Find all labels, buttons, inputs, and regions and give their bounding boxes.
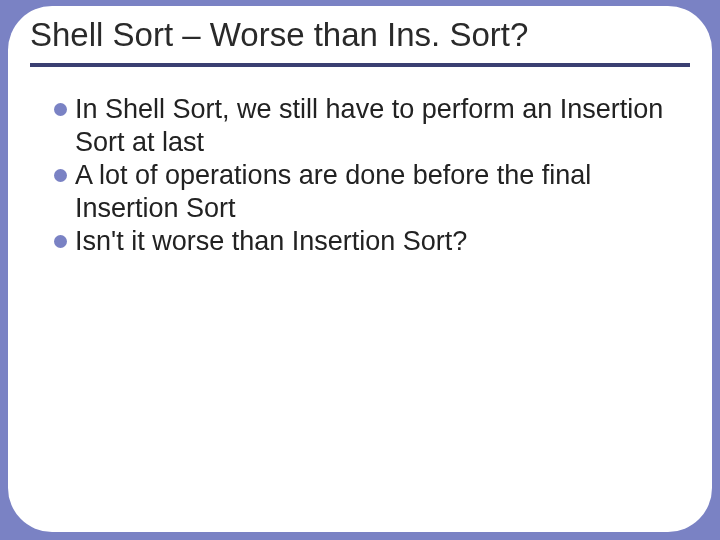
bullet-icon (54, 169, 67, 182)
bullet-icon (54, 103, 67, 116)
slide-title: Shell Sort – Worse than Ins. Sort? (30, 14, 690, 63)
slide-body: In Shell Sort, we still have to perform … (8, 67, 712, 258)
list-item: In Shell Sort, we still have to perform … (54, 93, 666, 159)
list-item: A lot of operations are done before the … (54, 159, 666, 225)
slide-card: Shell Sort – Worse than Ins. Sort? In Sh… (8, 6, 712, 532)
list-item: Isn't it worse than Insertion Sort? (54, 225, 666, 258)
title-area: Shell Sort – Worse than Ins. Sort? (8, 6, 712, 67)
bullet-text: In Shell Sort, we still have to perform … (75, 93, 666, 159)
bullet-icon (54, 235, 67, 248)
bullet-text: A lot of operations are done before the … (75, 159, 666, 225)
bullet-text: Isn't it worse than Insertion Sort? (75, 225, 467, 258)
